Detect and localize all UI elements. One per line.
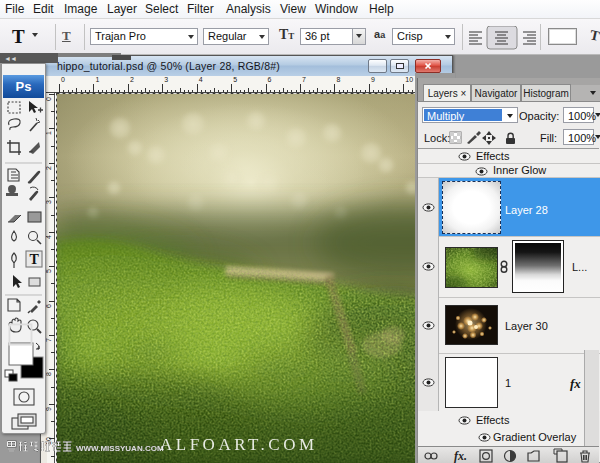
svg-text:fx.: fx. [454,449,467,463]
svg-text:T: T [30,252,40,267]
